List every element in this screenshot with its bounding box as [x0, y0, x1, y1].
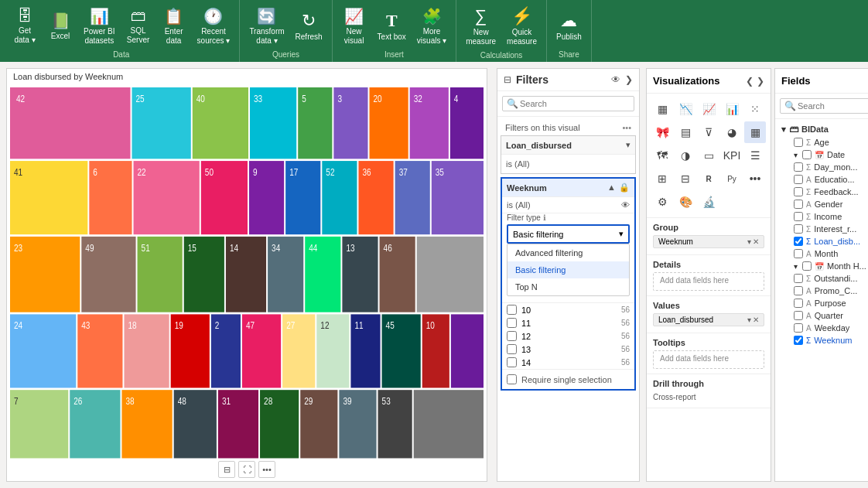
- values-field-remove[interactable]: ✕: [753, 316, 759, 324]
- field-education-checkbox[interactable]: [794, 175, 803, 184]
- viz-kpi[interactable]: KPI: [721, 145, 743, 166]
- field-interest-checkbox[interactable]: [794, 224, 803, 234]
- viz-ribbon[interactable]: 🎀: [651, 121, 673, 143]
- field-weekday-checkbox[interactable]: [794, 323, 803, 333]
- field-income[interactable]: Σ Income: [778, 210, 868, 223]
- filters-search-input[interactable]: [502, 96, 634, 111]
- refresh-button[interactable]: ↻ Refresh: [291, 8, 327, 45]
- values-field-chevron[interactable]: ▾: [747, 316, 751, 324]
- advanced-filtering-option[interactable]: Advanced filtering: [507, 244, 629, 261]
- filter-type-dropdown-btn[interactable]: Basic filtering ▾: [507, 224, 630, 244]
- field-loan-checkbox[interactable]: [794, 237, 803, 246]
- field-age[interactable]: Σ Age: [778, 136, 868, 148]
- field-date[interactable]: ▾ 📅 Date: [778, 148, 868, 161]
- viz-slicer[interactable]: ☰: [744, 145, 766, 166]
- field-month-checkbox[interactable]: [794, 249, 803, 258]
- loan-disbursed-filter-header[interactable]: Loan_disbursed ▾: [501, 136, 635, 154]
- new-visual-button[interactable]: 📈 Newvisual: [337, 4, 371, 49]
- field-monthh-checkbox[interactable]: [802, 261, 812, 271]
- checkbox-10[interactable]: [507, 305, 517, 315]
- weeknum-eye-icon[interactable]: 👁: [621, 200, 630, 210]
- viz-matrix[interactable]: ⊟: [675, 168, 696, 189]
- viz-funnel[interactable]: ⊽: [698, 121, 719, 143]
- more-tool-button[interactable]: •••: [258, 461, 275, 478]
- checkbox-11[interactable]: [507, 318, 517, 328]
- checkbox-12[interactable]: [507, 331, 517, 341]
- field-quarter-checkbox[interactable]: [794, 311, 803, 320]
- treemap[interactable]: 42 25 40 33 5 3 20 32 4 41 6 22 50 9 17 …: [10, 87, 484, 466]
- viz-table[interactable]: ⊞: [651, 168, 673, 189]
- field-feedback[interactable]: Σ Feedback...: [778, 186, 868, 198]
- tooltips-drop-zone[interactable]: Add data fields here: [653, 350, 764, 369]
- field-weeknum-checkbox[interactable]: [794, 336, 803, 345]
- viz-analytics[interactable]: 🔬: [698, 191, 719, 213]
- field-income-checkbox[interactable]: [794, 212, 803, 221]
- viz-card[interactable]: ▭: [698, 145, 719, 166]
- field-weeknum[interactable]: Σ Weeknum: [778, 334, 868, 346]
- field-age-checkbox[interactable]: [794, 138, 803, 147]
- enter-data-button[interactable]: 📋 Enterdata: [157, 4, 191, 49]
- field-daymon[interactable]: Σ Day_mon...: [778, 161, 868, 173]
- field-outstanding-checkbox[interactable]: [794, 274, 803, 283]
- field-outstanding[interactable]: Σ Outstandi...: [778, 272, 868, 285]
- viz-pie[interactable]: ◕: [721, 121, 743, 143]
- top-n-option[interactable]: Top N: [507, 278, 629, 295]
- viz-more[interactable]: •••: [744, 168, 766, 189]
- viz-line-chart[interactable]: 📉: [675, 98, 696, 120]
- viz-column-chart[interactable]: 📊: [721, 98, 743, 120]
- viz-build[interactable]: ⚙: [651, 191, 673, 213]
- publish-button[interactable]: ☁ Publish: [552, 8, 586, 45]
- viz-forward-icon[interactable]: ❯: [757, 76, 764, 87]
- canvas-area[interactable]: Loan disbursed by Weeknum 42 25 40 33 5 …: [6, 68, 487, 482]
- transform-button[interactable]: 🔄 Transformdata ▾: [244, 4, 289, 49]
- viz-back-icon[interactable]: ❮: [746, 76, 754, 87]
- details-drop-zone[interactable]: Add data fields here: [653, 272, 764, 291]
- get-data-button[interactable]: 🗄 Getdata ▾: [8, 4, 42, 48]
- group-field-chevron[interactable]: ▾: [747, 237, 751, 246]
- weeknum-collapse-icon[interactable]: ▲: [607, 183, 616, 193]
- viz-gauge[interactable]: ◑: [675, 145, 696, 166]
- field-purpose-checkbox[interactable]: [794, 299, 803, 308]
- viz-stacked-bar[interactable]: ▦: [651, 98, 673, 120]
- field-monthh[interactable]: ▾ 📅 Month H...: [778, 260, 868, 272]
- more-visuals-button[interactable]: 🧩 Morevisuals ▾: [412, 4, 451, 49]
- field-weekday[interactable]: A Weekday: [778, 322, 868, 334]
- viz-format[interactable]: 🎨: [675, 191, 696, 213]
- field-date-checkbox[interactable]: [802, 150, 812, 159]
- viz-treemap[interactable]: ▦: [744, 121, 766, 143]
- field-feedback-checkbox[interactable]: [794, 187, 803, 196]
- excel-button[interactable]: 📗 Excel: [43, 9, 77, 44]
- filters-eye-icon[interactable]: 👁: [611, 74, 620, 85]
- sql-server-button[interactable]: 🗃 SQLServer: [121, 4, 155, 48]
- viz-python[interactable]: Py: [721, 168, 743, 189]
- require-single-checkbox[interactable]: [507, 374, 517, 384]
- basic-filtering-option[interactable]: Basic filtering: [507, 261, 629, 278]
- group-field-remove[interactable]: ✕: [753, 237, 759, 246]
- field-gender[interactable]: A Gender: [778, 198, 868, 210]
- recent-sources-button[interactable]: 🕐 Recentsources ▾: [193, 4, 235, 49]
- viz-area-chart[interactable]: 📈: [698, 98, 719, 120]
- field-loan[interactable]: Σ Loan_disb...: [778, 235, 868, 247]
- field-gender-checkbox[interactable]: [794, 200, 803, 209]
- viz-waterfall[interactable]: ▤: [675, 121, 696, 143]
- quick-measure-button[interactable]: ⚡ Quickmeasure: [502, 3, 542, 49]
- field-promo-checkbox[interactable]: [794, 286, 803, 295]
- field-promo[interactable]: A Promo_C...: [778, 285, 868, 297]
- checkbox-14[interactable]: [507, 357, 517, 367]
- checkbox-13[interactable]: [507, 344, 517, 354]
- field-month[interactable]: A Month: [778, 247, 868, 260]
- filter-tool-button[interactable]: ⊟: [218, 461, 235, 478]
- new-measure-button[interactable]: ∑ Newmeasure: [461, 3, 501, 49]
- viz-r[interactable]: R: [698, 168, 719, 189]
- powerbi-datasets-button[interactable]: 📊 Power BIdatasets: [79, 4, 120, 49]
- focus-tool-button[interactable]: ⛶: [238, 461, 255, 478]
- field-education[interactable]: A Educatio...: [778, 173, 868, 186]
- filters-expand-icon[interactable]: ❯: [625, 74, 633, 85]
- field-interest[interactable]: Σ Interest_r...: [778, 223, 868, 235]
- field-quarter[interactable]: A Quarter: [778, 309, 868, 322]
- weeknum-filter-header[interactable]: Weeknum ▲ 🔒: [502, 179, 634, 196]
- viz-map[interactable]: 🗺: [651, 145, 673, 166]
- field-daymon-checkbox[interactable]: [794, 162, 803, 172]
- filters-on-visual-more[interactable]: •••: [622, 123, 631, 132]
- viz-scatter[interactable]: ⁙: [744, 98, 766, 120]
